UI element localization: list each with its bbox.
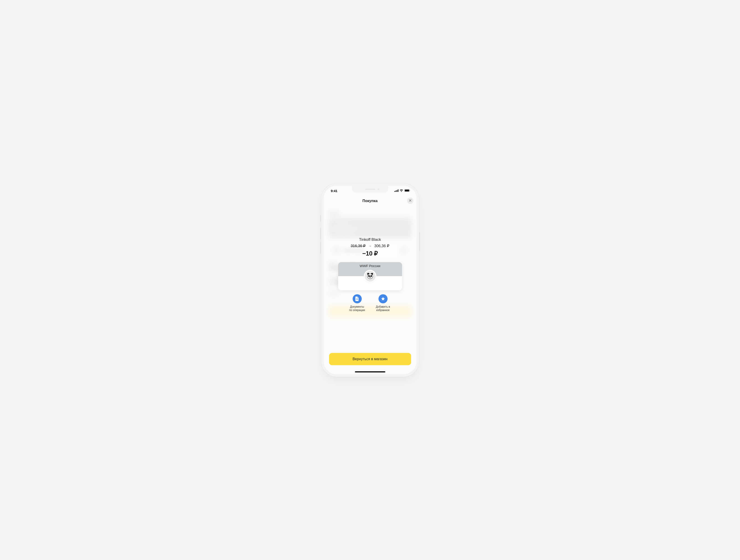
balance-line: 316,36 ₽ → 306,36 ₽ <box>351 244 389 248</box>
svg-rect-0 <box>394 191 395 192</box>
wifi-icon <box>399 189 403 193</box>
merchant-name: WWF России <box>360 264 380 268</box>
account-block: Tinkoff Black 316,36 ₽ → 306,36 ₽ −10 ₽ … <box>329 237 411 312</box>
notch <box>352 186 388 193</box>
balance-before: 316,36 ₽ <box>351 244 366 248</box>
svg-rect-16 <box>356 299 358 299</box>
bottom-area: Вернуться в магазин <box>323 353 417 374</box>
close-button[interactable] <box>407 198 413 204</box>
home-indicator <box>355 371 385 372</box>
status-icons <box>394 189 410 193</box>
front-camera <box>378 189 379 190</box>
header: Покупка <box>323 196 417 206</box>
svg-point-4 <box>401 191 402 192</box>
svg-point-15 <box>370 277 370 277</box>
svg-rect-17 <box>356 300 358 300</box>
screen: 9:41 <box>323 186 417 374</box>
svg-rect-3 <box>398 189 398 192</box>
battery-icon <box>404 189 410 193</box>
actions-row: Документы по операции Добави <box>347 294 394 312</box>
return-to-store-button[interactable]: Вернуться в магазин <box>329 353 411 365</box>
cellular-icon <box>394 189 398 193</box>
svg-point-13 <box>369 276 369 276</box>
result-sheet: Tinkoff Black 316,36 ₽ → 306,36 ₽ −10 ₽ … <box>323 206 417 374</box>
account-name: Tinkoff Black <box>359 237 381 242</box>
mute-switch <box>320 215 321 222</box>
arrow-right-icon: → <box>369 244 372 248</box>
svg-rect-7 <box>409 190 410 191</box>
star-icon <box>378 294 388 303</box>
header-title: Покупка <box>362 199 378 203</box>
favorite-label: Добавить в избранное <box>376 305 390 312</box>
status-time: 9:41 <box>331 189 338 193</box>
power-button <box>419 232 420 251</box>
close-icon <box>409 199 411 203</box>
merchant-card: WWF России <box>338 262 402 290</box>
canvas: 9:41 <box>227 172 513 388</box>
volume-down-button <box>320 242 321 254</box>
merchant-logo <box>364 270 376 283</box>
volume-up-button <box>320 228 321 239</box>
primary-button-label: Вернуться в магазин <box>352 357 387 361</box>
svg-rect-1 <box>395 191 396 192</box>
document-icon <box>353 294 362 303</box>
svg-rect-2 <box>397 190 397 192</box>
panda-icon <box>365 271 376 282</box>
amount-delta: −10 ₽ <box>362 250 378 257</box>
svg-point-10 <box>367 274 373 278</box>
speaker-grill <box>365 189 375 190</box>
balance-after: 306,36 ₽ <box>374 244 389 248</box>
favorite-button[interactable]: Добавить в избранное <box>372 294 394 312</box>
phone-frame: 9:41 <box>323 186 417 374</box>
documents-button[interactable]: Документы по операции <box>347 294 368 312</box>
documents-label: Документы по операции <box>349 305 365 312</box>
svg-rect-6 <box>405 190 409 192</box>
svg-point-14 <box>371 276 371 276</box>
